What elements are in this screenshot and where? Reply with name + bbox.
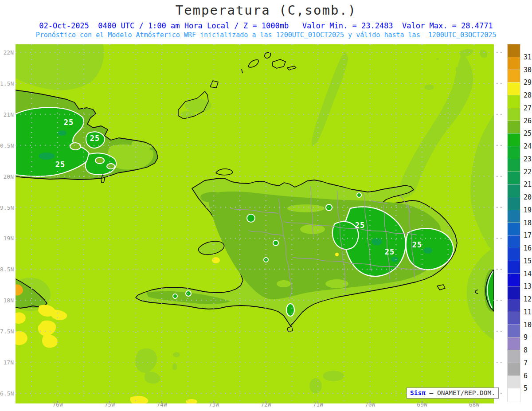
colorbar-swatch bbox=[508, 82, 520, 96]
y-axis-label: 0.5N bbox=[0, 142, 14, 149]
colorbar-swatch bbox=[508, 121, 520, 134]
colorbar-tick-label: 14 bbox=[524, 270, 532, 278]
colorbar-tick-label: 23 bbox=[524, 155, 532, 163]
colorbar-swatch bbox=[508, 57, 520, 70]
y-axis-label: 21N bbox=[0, 111, 14, 117]
contour-label-25: 25 bbox=[385, 247, 395, 256]
colorbar-swatch bbox=[508, 133, 520, 147]
colorbar-tick-label: 18 bbox=[524, 219, 532, 227]
y-axis-label: 18N bbox=[0, 297, 14, 304]
x-axis-label: 72W bbox=[253, 401, 279, 408]
colorbar-swatch bbox=[508, 235, 520, 249]
colorbar-swatch bbox=[508, 274, 520, 287]
colorbar-swatch bbox=[508, 363, 520, 376]
y-axis-label: 6.5N bbox=[0, 390, 14, 396]
colorbar-swatch bbox=[508, 350, 520, 364]
colorbar-tick-label: 10 bbox=[524, 321, 532, 329]
colorbar-swatch bbox=[508, 210, 520, 223]
colorbar-swatch bbox=[508, 325, 520, 338]
colorbar-tick-label: 20 bbox=[524, 193, 532, 201]
colorbar-tick-label: 15 bbox=[524, 257, 532, 265]
map-canvas bbox=[0, 0, 532, 411]
x-axis-label: 74W bbox=[149, 401, 175, 408]
colorbar-swatch bbox=[508, 197, 520, 211]
colorbar-swatch bbox=[508, 299, 520, 313]
y-axis-label: 9.5N bbox=[0, 204, 14, 211]
x-axis-label: 68W bbox=[461, 401, 488, 408]
colorbar-swatch bbox=[508, 223, 520, 236]
y-axis-label: 19N bbox=[0, 235, 14, 242]
colorbar-swatch bbox=[508, 146, 520, 160]
contour-label-25: 25 bbox=[90, 134, 100, 143]
colorbar-swatch bbox=[508, 184, 520, 198]
y-axis-label: 20N bbox=[0, 173, 14, 180]
colorbar-tick-label: 29 bbox=[524, 78, 532, 86]
contour-label-25: 25 bbox=[64, 118, 74, 127]
y-axis-label: 17N bbox=[0, 359, 14, 366]
colorbar-tick-label: 16 bbox=[524, 244, 532, 252]
colorbar-tick-label: 25 bbox=[524, 129, 532, 137]
x-axis-label: 70W bbox=[357, 401, 383, 408]
colorbar-tick-label: 11 bbox=[524, 308, 532, 316]
colorbar-swatch bbox=[508, 286, 520, 300]
contour-label-25: 25 bbox=[412, 240, 422, 249]
y-axis-label: 22N bbox=[0, 49, 14, 56]
colorbar-tick-label: 19 bbox=[524, 206, 532, 214]
attribution-text: – ONAMET/REP.DOM. bbox=[426, 389, 495, 396]
contour-label-25: 25 bbox=[55, 160, 65, 169]
colorbar-swatch bbox=[508, 376, 520, 389]
colorbar-tick-label: 17 bbox=[524, 231, 532, 239]
weather-map-page: Temperatura (C,somb.) 02-Oct-2025 0400 U… bbox=[0, 0, 532, 411]
colorbar-tick-label: 28 bbox=[524, 91, 532, 99]
x-axis-label: 75W bbox=[96, 401, 123, 408]
colorbar-tick-label: 30 bbox=[524, 66, 532, 74]
colorbar-tick-label: 26 bbox=[524, 117, 532, 125]
y-axis-label: 1.5N bbox=[0, 80, 14, 86]
colorbar-tick-label: 31 bbox=[524, 53, 532, 61]
colorbar-tick-label: 21 bbox=[524, 180, 532, 188]
colorbar-tick-label: 13 bbox=[524, 282, 532, 290]
x-axis-label: 76W bbox=[44, 401, 71, 408]
colorbar-tick-label: 27 bbox=[524, 104, 532, 112]
colorbar-tick-label: 24 bbox=[524, 142, 532, 150]
attribution-box: Sisπ – ONAMET/REP.DOM. bbox=[407, 388, 499, 399]
colorbar-swatch bbox=[508, 312, 520, 325]
x-axis-label: 69W bbox=[409, 401, 435, 408]
x-axis-label: 71W bbox=[305, 401, 331, 408]
colorbar-tick-label: 6 bbox=[524, 372, 528, 380]
colorbar-tick-label: 22 bbox=[524, 168, 532, 176]
bahoruco-core bbox=[286, 304, 294, 316]
y-axis-label: 7.5N bbox=[0, 328, 14, 335]
colorbar-tick-label: 8 bbox=[524, 346, 528, 354]
contour-label-25: 25 bbox=[355, 221, 365, 230]
colorbar-swatch bbox=[508, 159, 520, 172]
colorbar-swatch bbox=[508, 44, 520, 58]
y-axis-label: 8.5N bbox=[0, 266, 14, 273]
x-axis-label: 73W bbox=[200, 401, 227, 408]
colorbar-swatch bbox=[508, 337, 520, 351]
colorbar-swatch bbox=[508, 388, 520, 402]
puerto-rico-edge bbox=[478, 266, 505, 315]
colorbar-swatch bbox=[508, 95, 520, 109]
colorbar-swatch bbox=[508, 248, 520, 262]
colorbar-swatch bbox=[508, 172, 520, 185]
colorbar-tick-label: 9 bbox=[524, 333, 528, 341]
colorbar-swatch bbox=[508, 261, 520, 274]
attribution-brand: Sisπ bbox=[410, 389, 426, 396]
colorbar-tick-label: 7 bbox=[524, 359, 528, 367]
colorbar-tick-label: 5 bbox=[524, 384, 528, 392]
colorbar-swatch bbox=[508, 108, 520, 121]
colorbar-swatch bbox=[508, 70, 520, 83]
colorbar-tick-label: 12 bbox=[524, 295, 532, 303]
